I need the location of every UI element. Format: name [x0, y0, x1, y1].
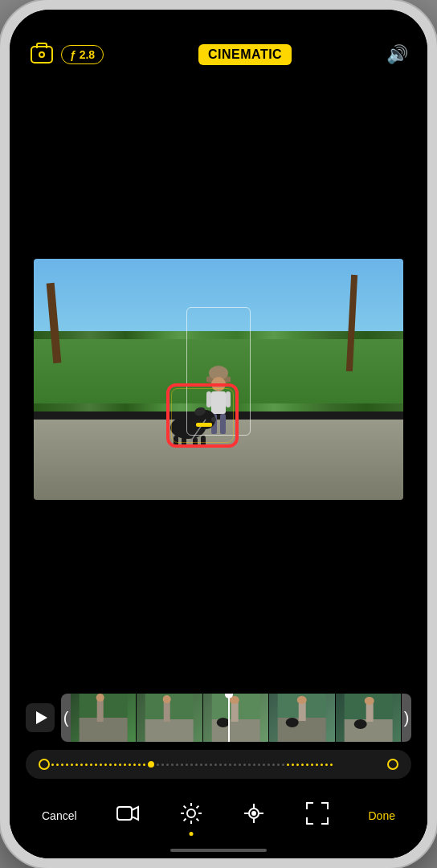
svg-line-49 — [196, 819, 198, 821]
track-dot — [248, 764, 251, 766]
track-dot — [71, 764, 73, 766]
track-dot — [234, 764, 236, 766]
play-icon — [36, 711, 47, 724]
track-dot — [277, 764, 280, 766]
svg-point-43 — [187, 809, 195, 817]
focus-track-start — [39, 759, 50, 770]
track-dot — [104, 764, 107, 766]
svg-marker-42 — [132, 807, 138, 820]
track-dot — [292, 764, 294, 766]
svg-line-50 — [196, 806, 198, 809]
track-dot — [138, 764, 141, 766]
track-dot — [186, 764, 188, 766]
phone-screen: ƒ 2.8 CINEMATIC 🔊 — [10, 10, 427, 858]
track-dot — [133, 764, 136, 766]
track-dot — [85, 764, 88, 766]
track-dot — [143, 764, 145, 766]
film-frame-4 — [269, 694, 335, 742]
track-dot — [200, 764, 202, 766]
playhead — [228, 694, 230, 742]
focus-point-button[interactable] — [242, 801, 266, 829]
video-preview-area[interactable] — [10, 77, 427, 681]
track-dot — [316, 764, 318, 766]
svg-point-39 — [364, 697, 374, 705]
svg-point-53 — [252, 812, 255, 815]
cinematic-mode-badge[interactable]: CINEMATIC — [198, 44, 292, 65]
main-screen: ƒ 2.8 CINEMATIC 🔊 — [10, 10, 427, 858]
camera-lens-icon — [39, 51, 45, 58]
track-dot — [56, 764, 59, 766]
track-dot — [119, 764, 121, 766]
track-dot — [325, 764, 328, 766]
track-dot — [51, 764, 54, 766]
track-dot — [311, 764, 313, 766]
svg-rect-23 — [145, 719, 194, 742]
track-dot — [229, 764, 231, 766]
done-button[interactable]: Done — [368, 809, 394, 822]
play-button[interactable] — [26, 703, 55, 732]
filmstrip-bracket-left[interactable]: ( — [61, 694, 71, 742]
track-dot — [181, 764, 183, 766]
track-dot — [171, 764, 174, 766]
video-frame[interactable] — [34, 259, 403, 500]
svg-rect-37 — [344, 719, 392, 742]
film-frame-1 — [71, 694, 137, 742]
track-dot — [161, 764, 164, 766]
filmstrip-bracket-right[interactable]: ) — [402, 694, 411, 742]
track-dot — [224, 764, 227, 766]
adjust-tool-button[interactable] — [179, 801, 203, 829]
crop-tool-button[interactable] — [305, 801, 329, 829]
focus-track-midpoint — [148, 761, 154, 768]
track-dot — [76, 764, 78, 766]
svg-point-35 — [286, 718, 299, 727]
track-dot — [166, 764, 169, 766]
track-dot — [90, 764, 92, 766]
video-camera-icon — [116, 801, 140, 829]
camera-mode-icon[interactable] — [29, 42, 55, 68]
track-dot — [100, 764, 102, 766]
track-dot — [80, 764, 83, 766]
track-dot — [176, 764, 178, 766]
sound-icon[interactable]: 🔊 — [386, 44, 408, 65]
aperture-badge[interactable]: ƒ 2.8 — [61, 45, 104, 64]
cancel-button[interactable]: Cancel — [42, 809, 77, 822]
track-dot — [239, 764, 241, 766]
track-dot — [210, 764, 212, 766]
focus-track-end — [387, 759, 398, 770]
film-frame-5 — [336, 694, 402, 742]
top-bar-left: ƒ 2.8 — [29, 42, 104, 68]
crop-arrows-icon — [305, 801, 329, 829]
svg-rect-32 — [278, 718, 326, 742]
film-frame-3 — [203, 694, 269, 742]
track-dot — [190, 764, 193, 766]
focus-point-icon — [242, 801, 266, 829]
camera-icon — [31, 46, 53, 63]
track-dot — [282, 764, 284, 766]
filmstrip-frames — [71, 694, 402, 742]
focus-track[interactable] — [26, 750, 411, 779]
svg-point-21 — [96, 694, 104, 702]
track-dot — [195, 764, 198, 766]
track-dot — [243, 764, 246, 766]
video-tool-button[interactable] — [116, 801, 140, 829]
track-dot — [66, 764, 68, 766]
track-dot — [124, 764, 126, 766]
track-dot — [268, 764, 270, 766]
track-dot — [114, 764, 116, 766]
svg-line-51 — [183, 819, 186, 821]
svg-rect-41 — [117, 807, 132, 820]
track-dot — [330, 764, 333, 766]
adjust-dot-indicator — [189, 832, 193, 836]
notch — [170, 10, 267, 32]
film-frame-2 — [137, 694, 202, 742]
dog-focus-box[interactable] — [166, 383, 239, 448]
track-dot — [109, 764, 112, 766]
filmstrip[interactable]: ( — [61, 694, 411, 742]
track-dot — [61, 764, 63, 766]
focus-track-bar — [39, 759, 398, 770]
toolbar: Cancel — [26, 792, 411, 845]
adjust-icon — [179, 801, 203, 829]
svg-point-34 — [297, 696, 307, 704]
track-dot — [287, 764, 289, 766]
track-dot — [301, 764, 304, 766]
